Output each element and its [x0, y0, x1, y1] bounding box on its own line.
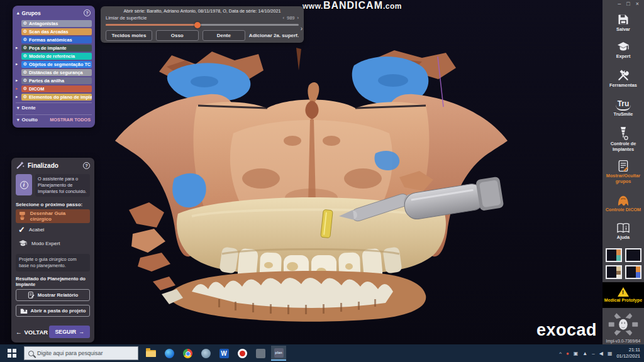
sidebar-item-mostrar-ocultar-grupos[interactable]: Mostrar/Ocultar grupos [602, 156, 644, 189]
visibility-eye-icon[interactable]: ⊙ [23, 86, 29, 91]
expand-arrow-icon[interactable]: ▸ [16, 78, 21, 83]
toolbar-expand-icon[interactable]: › [301, 25, 303, 32]
minimize-button[interactable]: – [618, 1, 621, 10]
group-item-objetos-segmentacao[interactable]: ⊙ Objetos de segmentação TC [21, 61, 92, 69]
expand-arrow-icon[interactable]: ▸ [16, 62, 21, 67]
back-button[interactable]: ← VOLTAR [16, 329, 48, 336]
group-item-label: Distâncias de segurança [29, 70, 83, 75]
group-row: ▸ ⊙ Peça de implante [16, 45, 92, 52]
view-preset-2[interactable] [625, 248, 641, 262]
visibility-eye-icon[interactable]: ⊙ [23, 45, 29, 50]
group-row: ▸ ⊙ Elementos do plano de implante [16, 94, 92, 101]
wizard-header: Finalizado ? [16, 161, 90, 173]
group-item-modelo-referencia[interactable]: ⊙ Modelo de referência [21, 53, 92, 60]
tray-volume-icon[interactable]: ◀ [599, 351, 603, 356]
dental-arch-icon [616, 195, 630, 206]
start-button[interactable] [0, 344, 24, 362]
help-icon[interactable]: ? [83, 162, 90, 169]
button-tecidos-moles[interactable]: Tecidos moles [106, 30, 152, 41]
sidebar-item-expert[interactable]: Expert [602, 36, 644, 65]
window-controls: – □ × [602, 0, 644, 10]
open-project-folder-button[interactable]: Abrir a pasta do projeto [16, 305, 90, 317]
collapse-icon[interactable]: ▴ [17, 11, 19, 16]
medical-prototype-banner: ! Medical Prototype [602, 282, 644, 308]
taskbar-app-word[interactable]: W [216, 346, 231, 361]
groups-panel-header[interactable]: ▴ Grupos ? [16, 8, 92, 19]
taskbar-app-other[interactable] [253, 346, 268, 361]
view-preset-1[interactable] [606, 248, 622, 262]
view-preset-3[interactable] [606, 265, 622, 279]
sidebar-item-ferramentas[interactable]: Ferramentas [602, 65, 644, 94]
group-item-scan-arcadas[interactable]: ⊙ Scan das Arcadas [21, 28, 92, 36]
visibility-eye-icon[interactable]: ⊙ [23, 94, 29, 99]
sidebar-item-controle-implantes[interactable]: Controle de Implantes [602, 123, 644, 155]
taskbar-clock[interactable]: 21:11 01/12/2021 [616, 347, 640, 359]
search-input[interactable]: Digite aqui para pesquisar [24, 346, 138, 360]
show-all-button[interactable]: MOSTRAR TODOS [50, 117, 91, 123]
group-item-elementos-plano[interactable]: ⊙ Elementos do plano de implante [21, 94, 92, 101]
result-label: Resultado do Planejamento do Implante [16, 276, 90, 287]
step-acabei[interactable]: ✓ Acabei [16, 223, 90, 237]
add-surface-button[interactable]: Adicionar 2a. superf. [249, 33, 299, 38]
expand-arrow-icon[interactable]: ▸ [16, 86, 21, 91]
group-row: ⊙ Antagonistas [16, 20, 92, 28]
group-item-partes-anilha[interactable]: ⊙ Partes da anilha [21, 77, 92, 85]
visibility-eye-icon[interactable]: ⊙ [23, 70, 29, 75]
next-button[interactable]: SEGUIR → [49, 326, 90, 338]
step-modo-expert[interactable]: Modo Expert [16, 237, 90, 251]
windows-logo-icon [8, 349, 16, 358]
maximize-button[interactable]: □ [626, 1, 630, 10]
tray-expand-icon[interactable]: ^ [559, 351, 562, 356]
taskbar-app-plan-active[interactable]: plan [271, 346, 286, 361]
tray-network-icon[interactable]: ▦ [608, 351, 613, 356]
visibility-eye-icon[interactable]: ⊙ [23, 53, 29, 58]
taskbar-app-media[interactable] [198, 346, 213, 361]
sidebar-item-ajuda[interactable]: Ajuda [602, 219, 644, 244]
group-row: ⊙ Formas anatômicas [16, 36, 92, 44]
view-preset-4[interactable] [625, 265, 641, 279]
button-dente[interactable]: Dente [203, 30, 245, 41]
expand-arrow-icon[interactable]: ▸ [16, 45, 21, 50]
stepper-prev-icon[interactable]: ‹ [282, 15, 284, 21]
taskbar-app-chrome[interactable] [180, 346, 195, 361]
visibility-eye-icon[interactable]: ⊙ [23, 37, 29, 42]
tray-icon[interactable]: – [592, 351, 594, 356]
tray-icon[interactable]: ▲ [582, 351, 587, 356]
group-item-dicom[interactable]: ⊙ DICOM [21, 85, 92, 93]
section-dente[interactable]: ▾ Dente [16, 102, 92, 112]
sidebar-item-salvar[interactable]: Salvar [602, 10, 644, 37]
group-item-peca-implante[interactable]: ⊙ Peça de implante [21, 45, 92, 52]
sidebar-item-controle-dicom[interactable]: Controle DICOM [602, 189, 644, 219]
taskbar-app-bandicam[interactable] [235, 346, 250, 361]
step-desenhar-guia[interactable]: Desenhar Guia cirúrgico [16, 209, 90, 223]
help-icon[interactable]: ? [84, 9, 91, 16]
tray-icon[interactable]: ▣ [574, 351, 579, 356]
section-chevron-icon[interactable]: ▾ [17, 118, 19, 123]
close-button[interactable]: × [636, 1, 639, 10]
stepper-next-icon[interactable]: › [297, 15, 299, 21]
view-orientation-control[interactable] [607, 310, 640, 339]
visibility-eye-icon[interactable]: ⊙ [23, 78, 29, 83]
section-oculto[interactable]: ▾ Oculto MOSTRAR TODOS [16, 114, 92, 124]
exocad-logo: exocad [536, 321, 597, 340]
tray-recording-icon[interactable]: ● [566, 351, 569, 356]
visibility-eye-icon[interactable]: ⊙ [23, 29, 29, 34]
section-chevron-icon[interactable]: ▾ [17, 106, 19, 111]
expand-arrow-icon[interactable]: ▸ [16, 94, 21, 99]
version-label: Impl-v3.0-7369/64 [606, 339, 641, 344]
taskbar-app-edge[interactable] [162, 346, 177, 361]
sidebar-item-trusmile[interactable]: Tru TruSmile [602, 94, 644, 123]
threshold-slider[interactable] [106, 24, 299, 26]
button-osso[interactable]: Osso [156, 30, 199, 41]
visibility-eye-icon[interactable]: ⊙ [23, 62, 29, 67]
slider-handle[interactable] [194, 22, 201, 28]
3d-model[interactable] [104, 45, 519, 322]
group-item-formas-anatomicas[interactable]: ⊙ Formas anatômicas [21, 36, 92, 44]
group-item-antagonistas[interactable]: ⊙ Antagonistas [21, 20, 92, 28]
clock-date: 01/12/2021 [616, 353, 640, 359]
show-report-button[interactable]: Mostrar Relatório [16, 289, 90, 301]
taskbar-app-file-explorer[interactable] [143, 346, 158, 361]
wand-icon [16, 161, 25, 170]
group-item-distancias-seguranca[interactable]: ⊙ Distâncias de segurança [21, 69, 92, 77]
visibility-eye-icon[interactable]: ⊙ [23, 21, 29, 26]
